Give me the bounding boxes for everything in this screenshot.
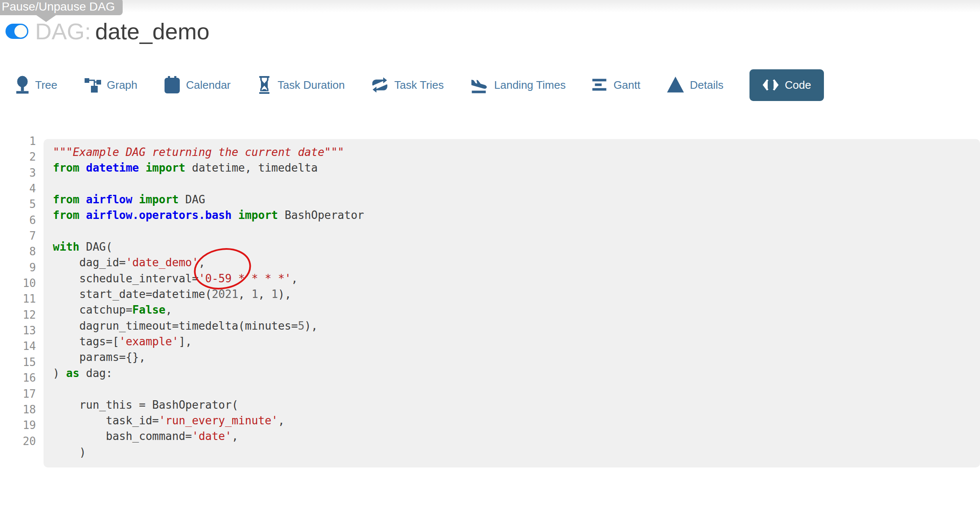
code-line [53,224,972,239]
pause-tooltip-text: Pause/Unpause DAG [2,0,115,14]
line-number: 9 [0,260,36,276]
code-viewer: 1234567891011121314151617181920 """Examp… [0,128,980,478]
line-number: 3 [0,165,36,181]
calendar-icon [164,76,181,94]
graph-icon [84,76,102,94]
line-number: 13 [0,323,36,339]
line-number: 14 [0,339,36,354]
line-number: 2 [0,149,36,165]
tab-details[interactable]: Details [667,76,723,93]
code-line: with DAG( [53,239,972,255]
tab-label: Code [785,79,811,92]
top-gradient [0,0,980,13]
line-number: 10 [0,276,36,291]
tab-label: Task Duration [277,79,345,92]
tab-label: Graph [107,79,137,92]
dag-header: DAG:date_demo [5,19,209,44]
tab-label: Landing Times [494,79,565,92]
view-tabs: Tree Graph Calendar [15,68,824,102]
plane-landing-icon [470,76,489,94]
tab-landing-times[interactable]: Landing Times [470,76,565,94]
line-number: 12 [0,307,36,323]
pause-tooltip: Pause/Unpause DAG [0,0,123,15]
tab-label: Calendar [186,79,231,92]
tab-tree[interactable]: Tree [15,76,58,94]
hourglass-icon [257,76,272,94]
line-number: 11 [0,291,36,307]
line-number: 20 [0,434,36,449]
dag-prefix-label: DAG: [35,19,91,44]
dag-name: date_demo [95,19,209,44]
code-line: """Example DAG returning the current dat… [53,145,972,160]
tab-graph[interactable]: Graph [84,76,137,94]
code-line: bash_command='date', [53,429,972,444]
code-line: from datetime import datetime, timedelta [53,160,972,176]
line-number: 4 [0,181,36,197]
tab-calendar[interactable]: Calendar [164,76,231,94]
dag-code-page: Pause/Unpause DAG DAG:date_demo Tree [0,0,980,519]
code-line [53,381,972,397]
code-brackets-icon [762,78,779,92]
code-line: task_id='run_every_minute', [53,413,972,429]
details-triangle-icon [667,76,684,93]
code-line: from airflow.operators.bash import BashO… [53,208,972,223]
tab-label: Details [690,79,723,92]
line-number: 1 [0,134,36,149]
code-line: start_date=datetime(2021, 1, 1), [53,287,972,302]
tab-task-tries[interactable]: Task Tries [371,76,444,94]
line-number: 6 [0,213,36,228]
line-number: 18 [0,402,36,418]
line-number: 15 [0,355,36,370]
code-lines: """Example DAG returning the current dat… [44,139,980,467]
tab-label: Tree [35,79,58,92]
tab-code[interactable]: Code [749,69,824,101]
page-title: DAG:date_demo [35,19,209,44]
line-number: 19 [0,418,36,433]
pause-toggle[interactable] [5,24,28,39]
tab-gantt[interactable]: Gantt [592,76,640,93]
line-number: 7 [0,228,36,244]
code-line [53,176,972,192]
code-line: from airflow import DAG [53,192,972,208]
gantt-bars-icon [592,76,608,93]
tab-label: Gantt [613,79,640,92]
code-line: params={}, [53,350,972,365]
gutter-gap [36,128,44,478]
line-number: 5 [0,197,36,212]
repeat-icon [371,76,389,94]
code-line: dagrun_timeout=timedelta(minutes=5), [53,318,972,334]
code-line: ) [53,445,972,460]
toggle-knob [14,25,27,38]
line-numbers: 1234567891011121314151617181920 [0,128,36,478]
code-line: run_this = BashOperator( [53,397,972,413]
code-line: tags=['example'], [53,334,972,350]
code-line: catchup=False, [53,302,972,318]
line-number: 17 [0,386,36,402]
code-line: ) as dag: [53,366,972,381]
code-line: schedule_interval='0-59 * * * *', [53,271,972,287]
tab-label: Task Tries [394,79,444,92]
tab-task-duration[interactable]: Task Duration [257,76,345,94]
line-number: 16 [0,370,36,386]
tree-icon [15,76,30,94]
code-line: dag_id='date_demo', [53,255,972,270]
line-number: 8 [0,244,36,260]
